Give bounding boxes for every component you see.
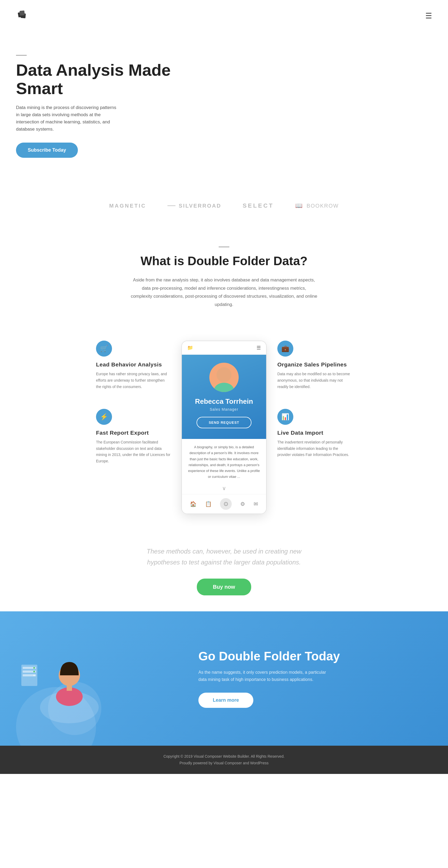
live-data-icon: 📊 <box>277 409 293 425</box>
phone-profile-section: Rebecca Torrhein Sales Manager SEND REQU… <box>182 355 266 439</box>
what-is-description: Aside from the raw analysis step, it als… <box>131 276 317 309</box>
partner-divider-icon <box>168 206 176 206</box>
what-is-section: What is Double Folder Data? Aside from t… <box>0 225 448 324</box>
cta-left-figure <box>16 633 182 724</box>
fast-report-title: Fast Report Export <box>96 430 149 436</box>
phone-top-bar: 📁 ☰ <box>182 341 266 355</box>
svg-point-33 <box>33 667 35 669</box>
svg-point-34 <box>33 671 35 672</box>
phone-mockup: 📁 ☰ Rebecca Torrhein Sales Manager SEND … <box>181 341 267 514</box>
cta-section: Go Double Folder Today As the name sugge… <box>0 611 448 746</box>
phone-chevron-icon: ∨ <box>182 485 266 494</box>
phone-menu-icon: ☰ <box>257 345 261 351</box>
lead-behavior-icon: 🛒 <box>96 341 112 356</box>
partner-bookrow: 📖 BOOKROW <box>295 202 339 209</box>
features-section: 🛒 Lead Behavior Analysis Europe has rath… <box>0 324 448 530</box>
feature-lead-behavior: 🛒 Lead Behavior Analysis Europe has rath… <box>96 341 171 390</box>
partner-magnetic: MAGNETIC <box>109 203 146 209</box>
hero-title: Data Analysis Made Smart <box>16 61 180 97</box>
svg-point-27 <box>216 367 232 382</box>
hero-content: Data Analysis Made Smart Data mining is … <box>0 32 448 181</box>
hero-accent-line <box>16 55 27 56</box>
lead-behavior-title: Lead Behavior Analysis <box>96 361 162 368</box>
buy-now-quote: These methods can, however, be used in c… <box>131 546 317 568</box>
fast-report-icon: ⚡ <box>96 409 112 425</box>
feature-live-data: 📊 Live Data Import The inadvertent revel… <box>277 409 352 458</box>
logo <box>16 8 31 24</box>
subscribe-button[interactable]: Subscribe Today <box>16 143 78 158</box>
svg-rect-2 <box>20 10 25 16</box>
hamburger-icon[interactable]: ☰ <box>425 11 432 20</box>
live-data-title: Live Data Import <box>277 430 324 436</box>
footer-line2: Proudly powered by Visual Composer and W… <box>7 760 441 767</box>
phone-profile-role: Sales Manager <box>187 407 261 411</box>
phone-mail-icon[interactable]: ✉ <box>253 501 258 507</box>
phone-list-icon[interactable]: 📋 <box>205 501 212 507</box>
features-left-column: 🛒 Lead Behavior Analysis Europe has rath… <box>96 341 171 465</box>
svg-point-35 <box>33 675 35 676</box>
phone-home-icon[interactable]: 🏠 <box>190 501 197 507</box>
svg-point-28 <box>214 383 234 392</box>
cta-right-content: Go Double Folder Today As the name sugge… <box>182 649 432 708</box>
buy-now-section: These methods can, however, be used in c… <box>0 530 448 611</box>
send-request-button[interactable]: SEND REQUEST <box>197 417 252 428</box>
buy-now-button[interactable]: Buy now <box>197 579 251 595</box>
organize-sales-title: Organize Sales Pipelines <box>277 361 347 368</box>
cta-description: As the name suggests, it only covers pre… <box>199 669 332 683</box>
cta-title: Go Double Folder Today <box>199 649 432 663</box>
phone-settings-icon[interactable]: ⚙ <box>240 501 245 507</box>
navbar: ☰ <box>0 0 448 32</box>
phone-bio-section: A biography, or simply bio, is a detaile… <box>182 439 266 485</box>
phone-avatar <box>209 363 239 392</box>
footer: Copyright © 2019 Visual Composer Website… <box>0 746 448 774</box>
phone-nav-bar: 🏠 📋 ⊙ ⚙ ✉ <box>182 494 266 514</box>
cta-person-svg <box>16 633 101 723</box>
partner-select: SELECT <box>243 202 274 209</box>
phone-bio-text: A biography, or simply bio, is a detaile… <box>187 444 261 480</box>
live-data-desc: The inadvertent revelation of personally… <box>277 439 352 458</box>
features-right-column: 💼 Organize Sales Pipelines Data may also… <box>277 341 352 458</box>
organize-sales-desc: Data may also be modified so as to becom… <box>277 371 352 390</box>
learn-more-button[interactable]: Learn more <box>199 693 253 708</box>
footer-line1: Copyright © 2019 Visual Composer Website… <box>7 753 441 760</box>
partners-section: MAGNETIC SilverRoad SELECT 📖 BOOKROW <box>0 186 448 225</box>
feature-organize-sales: 💼 Organize Sales Pipelines Data may also… <box>277 341 352 390</box>
fast-report-desc: The European Commission facilitated stak… <box>96 439 171 465</box>
phone-profile-name: Rebecca Torrhein <box>187 397 261 406</box>
feature-fast-report: ⚡ Fast Report Export The European Commis… <box>96 409 171 465</box>
book-icon: 📖 <box>295 202 303 209</box>
section-accent-line <box>219 247 229 247</box>
lead-behavior-desc: Europe has rather strong privacy laws, a… <box>96 371 171 390</box>
phone-center-icon[interactable]: ⊙ <box>220 498 232 510</box>
partner-silverroad: SilverRoad <box>168 203 221 209</box>
hero-text-block: Data Analysis Made Smart Data mining is … <box>16 55 191 157</box>
organize-sales-icon: 💼 <box>277 341 293 356</box>
svg-rect-39 <box>67 685 72 691</box>
hero-description: Data mining is the process of discoverin… <box>16 104 117 133</box>
what-is-title: What is Double Folder Data? <box>16 254 432 268</box>
phone-folder-icon: 📁 <box>187 345 193 351</box>
hero-section: Data Analysis Made Smart Data mining is … <box>0 32 448 186</box>
